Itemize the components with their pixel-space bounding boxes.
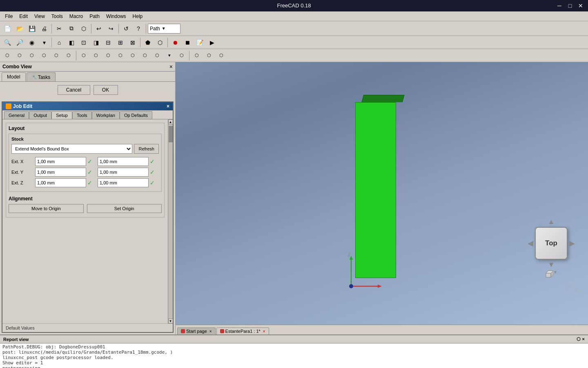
scroll-down-btn[interactable]: ▼ [168, 319, 173, 323]
top-view-button[interactable]: ⊡ [78, 37, 89, 48]
std-view-button[interactable]: ⬟ [142, 37, 154, 48]
scroll-thumb[interactable] [169, 126, 173, 142]
viewport[interactable]: Z ▲ ◀ Top ▶ ▼ [176, 62, 588, 334]
ext-x-val2[interactable] [98, 157, 149, 166]
panel-scrollbar[interactable]: ▲ ▼ [168, 119, 173, 323]
path-btn4[interactable]: ⬡ [38, 50, 50, 61]
tab-model[interactable]: Model [2, 72, 26, 81]
open-button[interactable]: 📂 [14, 23, 25, 34]
home-view-button[interactable]: ⌂ [53, 37, 65, 48]
report-line-5: postprocessing... [2, 366, 586, 368]
path-btn3[interactable]: ⬡ [26, 50, 38, 61]
vtab-startpage[interactable]: Start page × [177, 328, 216, 334]
menu-view[interactable]: View [31, 13, 48, 20]
path-op8-arrow[interactable]: ▾ [164, 50, 175, 61]
nav-down-arrow[interactable]: ▼ [548, 260, 555, 269]
fit-all-button[interactable]: 🔍 [2, 37, 13, 48]
refresh-stock-button[interactable]: Refresh [134, 144, 159, 154]
job-tab-output[interactable]: Output [29, 111, 51, 119]
report-close-icon[interactable]: × [582, 337, 585, 342]
new-button[interactable]: 📄 [2, 23, 13, 34]
ext-z-val2[interactable] [98, 178, 149, 187]
nav-left-arrow[interactable]: ◀ [528, 239, 533, 248]
draw-style-button[interactable]: ◉ [26, 37, 38, 48]
path-op4[interactable]: ⬡ [115, 50, 126, 61]
vtab-estante[interactable]: EstantePara1 : 1* × [216, 328, 269, 334]
path-extra1[interactable]: ⬡ [191, 50, 203, 61]
nav-cube-face[interactable]: Top [535, 227, 568, 260]
job-tab-workplan[interactable]: Workplan [92, 111, 120, 119]
front-view-button[interactable]: ◧ [66, 37, 77, 48]
ext-x-val1[interactable] [35, 157, 86, 166]
menu-tools[interactable]: Tools [48, 13, 66, 20]
nav-up-arrow[interactable]: ▲ [548, 218, 555, 226]
menu-edit[interactable]: Edit [16, 13, 31, 20]
set-origin-button[interactable]: Set Origin [87, 204, 162, 213]
startpage-close[interactable]: × [209, 329, 212, 334]
menu-path[interactable]: Path [86, 13, 103, 20]
record-button[interactable]: ⏺ [169, 37, 181, 48]
refresh-button[interactable]: ↺ [120, 23, 132, 34]
copy-button[interactable]: ⧉ [66, 23, 77, 34]
path-extra2[interactable]: ⬡ [203, 50, 215, 61]
left-view-button[interactable]: ⊠ [127, 37, 138, 48]
nav-cube[interactable]: ▲ ◀ Top ▶ ▼ ▼ [523, 218, 580, 267]
path-op1[interactable]: ⬡ [78, 50, 89, 61]
path-op5[interactable]: ⬡ [127, 50, 138, 61]
bottom-view-button[interactable]: ⊞ [115, 37, 126, 48]
ok-button[interactable]: OK [94, 85, 118, 95]
right-view-button[interactable]: ◨ [90, 37, 102, 48]
path-btn6[interactable]: ⬡ [63, 50, 74, 61]
workbench-dropdown[interactable]: Path ▼ [148, 24, 180, 34]
ext-z-val1[interactable] [35, 178, 86, 187]
fit-sel-button[interactable]: 🔎 [14, 37, 25, 48]
close-button[interactable]: ✕ [577, 2, 585, 10]
path-btn2[interactable]: ⬡ [14, 50, 25, 61]
scroll-up-btn[interactable]: ▲ [168, 119, 173, 124]
menu-file[interactable]: File [2, 13, 16, 20]
run-button[interactable]: ▶ [206, 37, 218, 48]
cut-button[interactable]: ✂ [53, 23, 65, 34]
nav-corner-arrow[interactable]: ▼ [553, 270, 557, 278]
estante-close[interactable]: × [263, 329, 265, 334]
path-op3[interactable]: ⬡ [102, 50, 114, 61]
combo-close-icon[interactable]: × [169, 63, 173, 70]
macro-edit-button[interactable]: 📝 [194, 37, 205, 48]
path-op7[interactable]: ⬡ [151, 50, 163, 61]
nav-right-arrow[interactable]: ▶ [569, 239, 575, 248]
path-op9[interactable]: ⬡ [176, 50, 187, 61]
menu-macro[interactable]: Macro [66, 13, 86, 20]
path-op2[interactable]: ⬡ [90, 50, 102, 61]
report-content[interactable]: PathPost.DEBUG: obj: DogboneDressup001 p… [0, 343, 588, 368]
ext-y-val1[interactable] [35, 168, 86, 177]
stock-type-dropdown[interactable]: Extend Model's Bound Box [11, 144, 132, 154]
path-extra3[interactable]: ⬡ [216, 50, 227, 61]
ext-y-val2[interactable] [98, 168, 149, 177]
minimize-button[interactable]: ─ [555, 2, 564, 10]
menu-help[interactable]: Help [129, 13, 146, 20]
stop-button[interactable]: ⏹ [182, 37, 193, 48]
undo-button[interactable]: ↩ [93, 23, 105, 34]
path-op6[interactable]: ⬡ [139, 50, 151, 61]
print-button[interactable]: 🖨 [38, 23, 50, 34]
job-tab-setup[interactable]: Setup [51, 111, 72, 119]
rear-view-button[interactable]: ⊟ [102, 37, 114, 48]
meas-button[interactable]: ⬡ [154, 37, 166, 48]
move-to-origin-button[interactable]: Move to Origin [9, 204, 84, 213]
cancel-button[interactable]: Cancel [58, 85, 90, 95]
job-edit-close-icon[interactable]: × [167, 103, 169, 109]
job-tab-opdefaults[interactable]: Op Defaults [120, 111, 152, 119]
draw-style-arrow[interactable]: ▾ [38, 37, 50, 48]
redo-button[interactable]: ↪ [105, 23, 117, 34]
path-copy-button[interactable]: ⬡ [78, 23, 89, 34]
save-button[interactable]: 💾 [26, 23, 38, 34]
menu-windows[interactable]: Windows [103, 13, 129, 20]
path-btn1[interactable]: ⬡ [2, 50, 13, 61]
job-tab-general[interactable]: General [4, 111, 29, 119]
help-button[interactable]: ? [133, 23, 144, 34]
maximize-button[interactable]: □ [566, 2, 574, 10]
job-tab-tools[interactable]: Tools [72, 111, 92, 119]
tab-tasks[interactable]: 🔧 Tasks [27, 72, 56, 81]
path-btn5[interactable]: ⬡ [51, 50, 62, 61]
report-resize-icon[interactable]: ⬡ [577, 337, 581, 342]
